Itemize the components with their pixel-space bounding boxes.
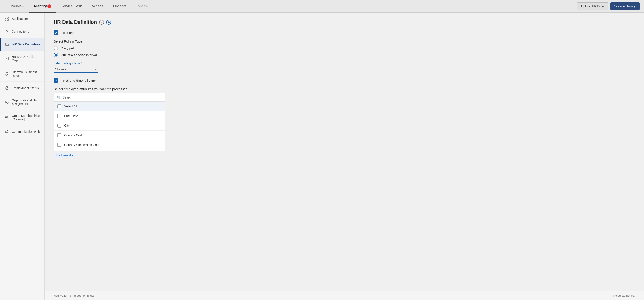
svg-rect-11: [5, 57, 8, 60]
svg-point-15: [6, 73, 8, 74]
upload-hr-data-button[interactable]: Upload HR Data: [577, 3, 608, 10]
version-history-button[interactable]: Version History: [610, 3, 640, 10]
employment-status-icon: [4, 86, 9, 90]
attr-checkbox-select-all[interactable]: [58, 104, 62, 108]
nav-tab-observe[interactable]: Observe: [108, 0, 131, 13]
applications-icon: [4, 17, 9, 21]
radio-daily-label: Daily pull: [61, 46, 74, 50]
sidebar-item-label-employment-status: Employment Status: [12, 86, 39, 90]
sidebar-item-applications[interactable]: Applications: [0, 13, 44, 25]
attributes-list: Select AllBirth DateCityCountry CodeCoun…: [54, 102, 165, 151]
polling-type-label: Select Polling Type*: [54, 39, 635, 43]
employee-id-tag: Employee Id×: [54, 153, 76, 158]
sidebar-item-label-applications: Applications: [12, 17, 28, 21]
sidebar-item-employment-status[interactable]: Employment Status: [0, 82, 44, 95]
nav-tabs: OverviewIdentity!Service DeskAccessObser…: [4, 0, 577, 13]
sidebar-item-label-org-unit: Organizational Unit Assignment: [12, 99, 40, 106]
svg-rect-4: [6, 32, 7, 33]
svg-point-20: [7, 117, 8, 118]
play-icon[interactable]: ▶: [106, 20, 111, 25]
group-memberships-icon: [4, 115, 9, 120]
attr-label-country-subdivision: Country Subdivision Code: [64, 143, 100, 147]
selected-tags: Employee Id×: [54, 151, 635, 158]
radio-daily-row: Daily pull: [54, 46, 635, 50]
attr-checkbox-city[interactable]: [58, 124, 62, 128]
page-title: HR Data Definition ? ▶: [54, 19, 635, 25]
bottom-right-text: Fields cannot be:: [613, 294, 635, 297]
nav-tab-overview[interactable]: Overview: [4, 0, 29, 13]
full-load-checkbox[interactable]: [54, 31, 58, 35]
svg-point-18: [7, 101, 8, 102]
radio-daily[interactable]: [54, 46, 58, 50]
polling-interval-dropdown[interactable]: 4 hours ▼: [54, 66, 98, 73]
radio-interval-row: Pull at a specific interval: [54, 53, 635, 57]
layout: ApplicationsConnectionsHR Data Definitio…: [0, 13, 644, 300]
sidebar-item-label-hr-data-definition: HR Data Definition: [12, 43, 40, 46]
sidebar-item-label-communication-hub: Communication Hub: [12, 130, 40, 133]
dropdown-arrow-icon: ▼: [94, 67, 98, 71]
org-unit-icon: [4, 100, 9, 104]
sidebar-item-hr-data-definition[interactable]: HR Data Definition: [0, 38, 44, 51]
sidebar-item-hr-to-ad[interactable]: HR to AD Profile Map: [0, 51, 44, 66]
attr-checkbox-birth-date[interactable]: [58, 114, 62, 118]
attr-label-country-code: Country Code: [64, 133, 84, 137]
sidebar-item-label-lifecycle: Lifecycle Business Rules: [12, 70, 40, 78]
search-input[interactable]: [62, 96, 162, 99]
polling-interval-wrapper: Select polling interval* 4 hours ▼: [54, 62, 635, 73]
bottom-left-text: Notification is needed for fields:: [54, 294, 94, 297]
checkmark-icon: [54, 32, 57, 34]
svg-rect-1: [7, 17, 8, 18]
top-nav: OverviewIdentity!Service DeskAccessObser…: [0, 0, 644, 13]
nav-tab-identity[interactable]: Identity!: [29, 0, 56, 13]
nav-tab-review: Review: [132, 0, 153, 13]
attr-item-select-all[interactable]: Select All: [54, 102, 165, 111]
attr-label-select-all: Select All: [64, 105, 77, 108]
hr-data-definition-icon: [5, 42, 10, 47]
attr-item-effective-date[interactable]: Effective Date: [54, 150, 165, 151]
sidebar-item-communication-hub[interactable]: Communication Hub: [0, 125, 44, 138]
attr-item-city[interactable]: City: [54, 121, 165, 131]
attr-checkbox-country-subdivision[interactable]: [58, 143, 62, 147]
initial-sync-checkbox[interactable]: [54, 78, 58, 83]
sidebar-item-lifecycle[interactable]: Lifecycle Business Rules: [0, 66, 44, 82]
attr-label-birth-date: Birth Date: [64, 114, 78, 118]
polling-interval-label: Select polling interval*: [54, 62, 635, 65]
attr-item-country-subdivision[interactable]: Country Subdivision Code: [54, 140, 165, 150]
page-title-text: HR Data Definition: [54, 19, 97, 25]
tag-remove-icon[interactable]: ×: [72, 154, 74, 157]
communication-hub-icon: [4, 129, 9, 134]
attributes-box: 🔍 Select AllBirth DateCityCountry CodeCo…: [54, 93, 166, 151]
help-icon[interactable]: ?: [99, 20, 104, 25]
tag-label: Employee Id: [56, 154, 71, 157]
nav-tab-access[interactable]: Access: [87, 0, 108, 13]
lifecycle-icon: [4, 72, 9, 76]
attr-item-birth-date[interactable]: Birth Date: [54, 111, 165, 121]
polling-type-group: Daily pull Pull at a specific interval: [54, 46, 635, 57]
svg-rect-2: [5, 19, 6, 21]
initial-sync-label: Initial one-time full sync: [61, 79, 96, 82]
sidebar-item-label-group-memberships: Group Memberships [Optional]: [12, 114, 40, 121]
sidebar-item-connections[interactable]: Connections: [0, 25, 44, 38]
svg-rect-7: [6, 43, 9, 46]
attr-item-country-code[interactable]: Country Code: [54, 131, 165, 140]
svg-rect-0: [5, 17, 6, 18]
svg-rect-3: [7, 19, 8, 21]
search-icon: 🔍: [57, 96, 61, 99]
svg-point-8: [6, 44, 7, 45]
polling-interval-value: 4 hours: [54, 67, 66, 71]
full-load-label: Full Load: [61, 31, 75, 35]
svg-point-17: [6, 101, 7, 102]
hr-to-ad-icon: [4, 56, 9, 61]
connections-icon: [4, 29, 9, 34]
attributes-search: 🔍: [54, 93, 165, 102]
sidebar-item-label-connections: Connections: [12, 30, 29, 33]
sidebar-item-group-memberships[interactable]: Group Memberships [Optional]: [0, 110, 44, 125]
checkmark-icon: [54, 79, 57, 82]
nav-buttons: Upload HR Data Version History: [577, 3, 640, 10]
full-load-row: Full Load: [54, 31, 635, 35]
radio-interval[interactable]: [54, 53, 58, 57]
attributes-section-label: Select employee attributes you want to p…: [54, 87, 635, 91]
attr-checkbox-country-code[interactable]: [58, 133, 62, 137]
nav-tab-service-desk[interactable]: Service Desk: [56, 0, 87, 13]
sidebar-item-org-unit[interactable]: Organizational Unit Assignment: [0, 95, 44, 110]
